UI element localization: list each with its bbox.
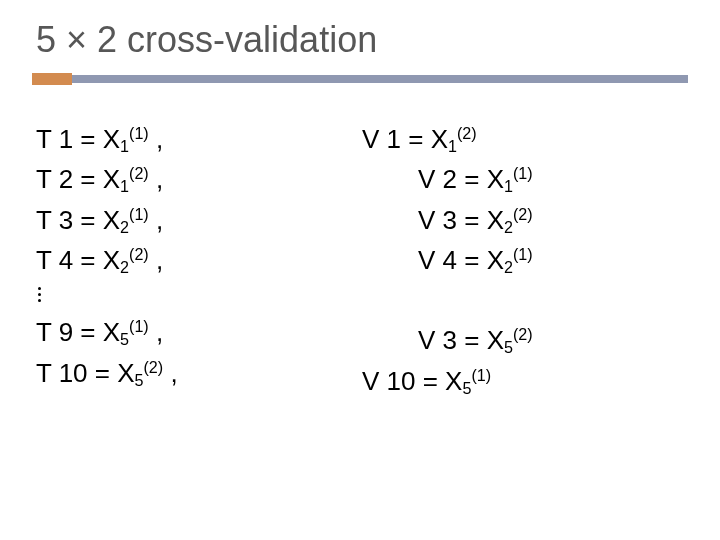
- superscript: (2): [513, 326, 533, 344]
- accent-bar: [32, 73, 688, 85]
- superscript: (1): [471, 366, 491, 384]
- validation-column: V 1 = X1(2) V 2 = X1(1) V 3 = X2(2) V 4 …: [362, 119, 688, 401]
- content-area: T 1 = X1(1) , T 2 = X1(2) , T 3 = X2(1) …: [32, 119, 688, 401]
- subscript: 2: [504, 218, 513, 236]
- subscript: 1: [504, 178, 513, 196]
- validation-row: V 2 = X1(1): [362, 159, 688, 199]
- superscript: (2): [129, 245, 149, 263]
- page-title: 5 × 2 cross-validation: [32, 18, 688, 71]
- train-text: T 10 = X: [36, 358, 135, 388]
- superscript: (2): [129, 165, 149, 183]
- validation-text: V 2 = X: [418, 164, 504, 194]
- train-text: T 4 = X: [36, 245, 120, 275]
- subscript: 2: [120, 258, 129, 276]
- train-text: T 3 = X: [36, 205, 120, 235]
- subscript: 2: [120, 218, 129, 236]
- superscript: (1): [129, 124, 149, 142]
- superscript: (2): [457, 124, 477, 142]
- superscript: (2): [513, 205, 533, 223]
- slide: 5 × 2 cross-validation T 1 = X1(1) , T 2…: [0, 0, 720, 540]
- validation-row: V 1 = X1(2): [362, 119, 688, 159]
- subscript: 2: [504, 258, 513, 276]
- accent-stripe: [72, 75, 688, 83]
- subscript: 1: [448, 137, 457, 155]
- title-block: 5 × 2 cross-validation: [32, 18, 688, 85]
- superscript: (1): [513, 165, 533, 183]
- validation-text: V 3 = X: [418, 325, 504, 355]
- validation-row: V 3 = X5(2): [362, 320, 688, 360]
- train-row: T 3 = X2(1) ,: [36, 200, 362, 240]
- train-text: T 2 = X: [36, 164, 120, 194]
- accent-square: [32, 73, 72, 85]
- subscript: 1: [120, 137, 129, 155]
- vertical-ellipsis-icon: [36, 280, 362, 312]
- train-row: T 10 = X5(2) ,: [36, 353, 362, 393]
- train-column: T 1 = X1(1) , T 2 = X1(2) , T 3 = X2(1) …: [36, 119, 362, 401]
- train-text: T 1 = X: [36, 124, 120, 154]
- train-text: T 9 = X: [36, 317, 120, 347]
- superscript: (1): [129, 205, 149, 223]
- validation-row: V 4 = X2(1): [362, 240, 688, 280]
- tail: ,: [149, 205, 163, 235]
- superscript: (1): [513, 245, 533, 263]
- subscript: 1: [120, 178, 129, 196]
- validation-text: V 1 = X: [362, 124, 448, 154]
- validation-row: V 3 = X2(2): [362, 200, 688, 240]
- validation-text: V 10 = X: [362, 366, 462, 396]
- tail: ,: [149, 164, 163, 194]
- validation-text: V 3 = X: [418, 205, 504, 235]
- subscript: 5: [120, 330, 129, 348]
- validation-row: V 10 = X5(1): [362, 361, 688, 401]
- train-row: T 9 = X5(1) ,: [36, 312, 362, 352]
- train-row: T 2 = X1(2) ,: [36, 159, 362, 199]
- superscript: (1): [129, 318, 149, 336]
- train-row: T 1 = X1(1) ,: [36, 119, 362, 159]
- tail: ,: [149, 124, 163, 154]
- spacer: [362, 280, 688, 320]
- tail: ,: [149, 317, 163, 347]
- tail: ,: [149, 245, 163, 275]
- train-row: T 4 = X2(2) ,: [36, 240, 362, 280]
- subscript: 5: [135, 371, 144, 389]
- superscript: (2): [144, 358, 164, 376]
- subscript: 5: [504, 338, 513, 356]
- validation-text: V 4 = X: [418, 245, 504, 275]
- tail: ,: [163, 358, 177, 388]
